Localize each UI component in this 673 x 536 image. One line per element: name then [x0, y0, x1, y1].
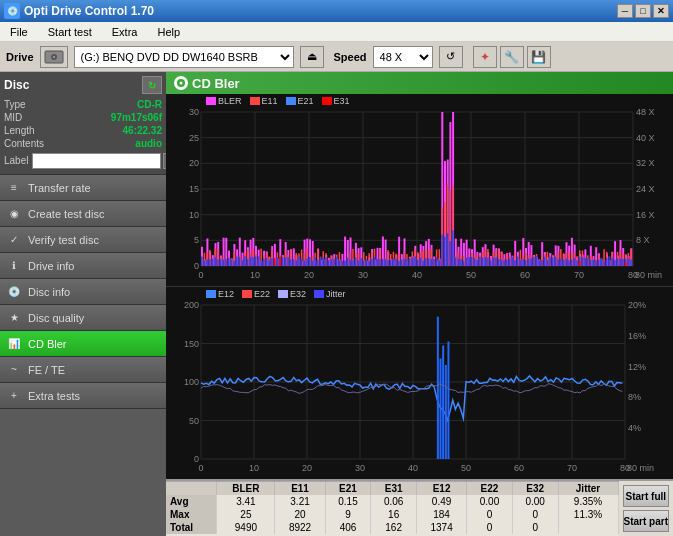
max-e12: 184	[417, 508, 467, 521]
sidebar-item-transfer-rate[interactable]: ≡ Transfer rate	[0, 175, 166, 201]
app-title: Opti Drive Control 1.70	[24, 4, 154, 18]
sidebar-item-disc-quality[interactable]: ★ Disc quality	[0, 305, 166, 331]
length-key: Length	[4, 125, 35, 136]
avg-e21: 0.15	[325, 495, 371, 508]
speed-select[interactable]: 48 X	[373, 46, 433, 68]
erase-button[interactable]: ✦	[473, 46, 497, 68]
svg-point-4	[180, 82, 183, 85]
create-test-disc-icon: ◉	[6, 206, 22, 222]
table-row: Max 25 20 9 16 184 0 0 11.3%	[166, 508, 618, 521]
charts-wrapper: BLER E11 E21 E31 E12 E22 E32 Jitter	[166, 94, 673, 479]
avg-e12: 0.49	[417, 495, 467, 508]
sidebar-item-extra-tests[interactable]: + Extra tests	[0, 383, 166, 409]
max-e21: 9	[325, 508, 371, 521]
table-row: Total 9490 8922 406 162 1374 0 0	[166, 521, 618, 534]
avg-e11: 3.21	[275, 495, 325, 508]
start-part-button[interactable]: Start part	[623, 510, 669, 532]
menu-file[interactable]: File	[4, 24, 34, 40]
avg-jitter: 9.35%	[558, 495, 618, 508]
chart1-container: BLER E11 E21 E31	[166, 94, 673, 287]
sidebar-item-verify-test-disc[interactable]: ✓ Verify test disc	[0, 227, 166, 253]
drive-info-icon: ℹ	[6, 258, 22, 274]
disc-title: Disc	[4, 78, 29, 92]
menu-extra[interactable]: Extra	[106, 24, 144, 40]
sidebar-item-disc-info[interactable]: 💿 Disc info	[0, 279, 166, 305]
total-e32: 0	[512, 521, 558, 534]
data-section: BLER E11 E21 E31 E12 E22 E32 Jitter Avg	[166, 479, 673, 536]
col-e22: E22	[467, 482, 513, 495]
menu-bar: File Start test Extra Help	[0, 22, 673, 42]
drive-icon	[40, 46, 68, 68]
svg-point-2	[53, 56, 55, 58]
maximize-button[interactable]: □	[635, 4, 651, 18]
app-icon: 💿	[4, 3, 20, 19]
sidebar-item-create-test-disc[interactable]: ◉ Create test disc	[0, 201, 166, 227]
table-row: Avg 3.41 3.21 0.15 0.06 0.49 0.00 0.00 9…	[166, 495, 618, 508]
contents-value: audio	[135, 138, 162, 149]
chart1-legend: BLER E11 E21 E31	[166, 94, 673, 108]
chart2-canvas	[166, 301, 673, 479]
sidebar-item-fe-te[interactable]: ~ FE / TE	[0, 357, 166, 383]
sidebar-item-drive-info[interactable]: ℹ Drive info	[0, 253, 166, 279]
chart-logo	[174, 76, 188, 90]
type-value: CD-R	[137, 99, 162, 110]
fe-te-icon: ~	[6, 362, 22, 378]
col-e21: E21	[325, 482, 371, 495]
close-button[interactable]: ✕	[653, 4, 669, 18]
disc-panel: Disc ↻ Type CD-R MID 97m17s06f Length 46…	[0, 72, 166, 175]
start-full-button[interactable]: Start full	[623, 485, 669, 507]
chart1-canvas	[166, 108, 673, 286]
menu-start-test[interactable]: Start test	[42, 24, 98, 40]
avg-e31: 0.06	[371, 495, 417, 508]
disc-refresh-button[interactable]: ↻	[142, 76, 162, 94]
total-e31: 162	[371, 521, 417, 534]
col-e12: E12	[417, 482, 467, 495]
disc-info-icon: 💿	[6, 284, 22, 300]
max-bler: 25	[217, 508, 275, 521]
total-e21: 406	[325, 521, 371, 534]
drive-select[interactable]: (G:) BENQ DVD DD DW1640 BSRB	[74, 46, 294, 68]
col-bler: BLER	[217, 482, 275, 495]
length-value: 46:22.32	[123, 125, 162, 136]
chart-area: CD Bler BLER E11 E21 E31 E12 E22 E	[166, 72, 673, 536]
max-e11: 20	[275, 508, 325, 521]
max-e22: 0	[467, 508, 513, 521]
extra-tests-icon: +	[6, 388, 22, 404]
type-key: Type	[4, 99, 26, 110]
total-bler: 9490	[217, 521, 275, 534]
drive-bar: Drive (G:) BENQ DVD DD DW1640 BSRB ⏏ Spe…	[0, 42, 673, 72]
minimize-button[interactable]: ─	[617, 4, 633, 18]
label-input[interactable]	[32, 153, 161, 169]
col-label	[166, 482, 217, 495]
total-jitter	[558, 521, 618, 534]
mid-key: MID	[4, 112, 22, 123]
sidebar: Disc ↻ Type CD-R MID 97m17s06f Length 46…	[0, 72, 166, 536]
total-e11: 8922	[275, 521, 325, 534]
col-jitter: Jitter	[558, 482, 618, 495]
total-e22: 0	[467, 521, 513, 534]
total-e12: 1374	[417, 521, 467, 534]
sidebar-item-cd-bler[interactable]: 📊 CD Bler	[0, 331, 166, 357]
total-label: Total	[166, 521, 217, 534]
label-key: Label	[4, 155, 28, 166]
refresh-button[interactable]: ↺	[439, 46, 463, 68]
disc-quality-icon: ★	[6, 310, 22, 326]
menu-help[interactable]: Help	[151, 24, 186, 40]
chart-header: CD Bler	[166, 72, 673, 94]
avg-e22: 0.00	[467, 495, 513, 508]
max-e31: 16	[371, 508, 417, 521]
col-e32: E32	[512, 482, 558, 495]
title-bar: 💿 Opti Drive Control 1.70 ─ □ ✕	[0, 0, 673, 22]
max-e32: 0	[512, 508, 558, 521]
avg-bler: 3.41	[217, 495, 275, 508]
save-button[interactable]: 💾	[527, 46, 551, 68]
eject-button[interactable]: ⏏	[300, 46, 324, 68]
mid-value: 97m17s06f	[111, 112, 162, 123]
start-buttons: Start full Start part	[619, 481, 673, 536]
tools-button[interactable]: 🔧	[500, 46, 524, 68]
data-table: BLER E11 E21 E31 E12 E22 E32 Jitter Avg	[166, 481, 619, 536]
drive-label: Drive	[6, 51, 34, 63]
verify-test-disc-icon: ✓	[6, 232, 22, 248]
chart2-container: E12 E22 E32 Jitter	[166, 287, 673, 479]
speed-label: Speed	[334, 51, 367, 63]
